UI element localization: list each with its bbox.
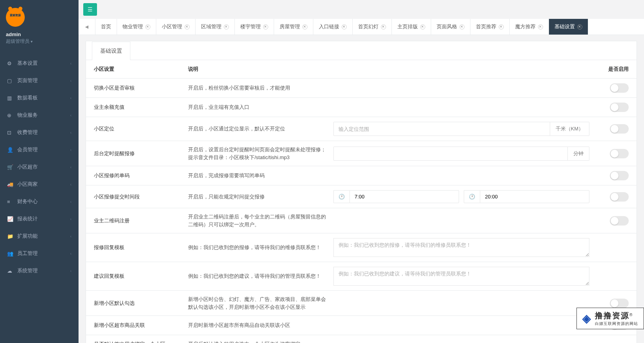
tab-label: 基础设置 [554, 23, 575, 30]
row-toggle [589, 149, 629, 158]
close-icon[interactable]: ✕ [224, 24, 229, 29]
tab-0[interactable]: 首页 [95, 19, 117, 35]
row-toggle [589, 216, 629, 226]
tab-5[interactable]: 房屋管理✕ [274, 19, 313, 35]
row-name: 业主二维码注册 [94, 217, 188, 224]
nav-icon: 📁 [7, 233, 13, 239]
header-desc: 说明 [188, 66, 333, 73]
toggle-switch[interactable] [610, 149, 629, 158]
nav-menu: ⚙基本设置‹▢页面管理‹▥数据看板‹⊕物业服务‹⊡收费管理‹👤会员管理‹🛒小区超… [0, 55, 79, 279]
textarea[interactable] [333, 267, 589, 286]
chevron-left-icon: ‹ [70, 200, 71, 204]
chevron-left-icon: ‹ [70, 182, 71, 187]
chevron-left-icon: ‹ [70, 234, 71, 238]
nav-label: 收费管理 [17, 129, 70, 136]
toggle-switch[interactable] [610, 192, 629, 202]
textarea[interactable] [333, 238, 589, 257]
nav-icon: ▢ [7, 78, 13, 84]
tab-nav-left[interactable]: ◄ [79, 19, 95, 35]
close-icon[interactable]: ✕ [499, 24, 504, 29]
row-input [333, 267, 589, 286]
hamburger-button[interactable]: ☰ [83, 3, 97, 16]
close-icon[interactable]: ✕ [263, 24, 268, 29]
toggle-switch[interactable] [610, 216, 629, 226]
tab-8[interactable]: 主页排版✕ [392, 19, 431, 35]
nav-item-7[interactable]: 🚚小区商家‹ [0, 176, 79, 193]
close-icon[interactable]: ✕ [185, 24, 190, 29]
toggle-switch[interactable] [610, 299, 629, 308]
main: ☰ ◄ 首页物业管理✕小区管理✕区域管理✕楼宇管理✕房屋管理✕入口链接✕首页幻灯… [79, 0, 644, 343]
tab-label: 首页幻灯 [358, 23, 379, 30]
row-name: 报修回复模板 [94, 244, 188, 251]
panel-tab-basic[interactable]: 基础设置 [92, 42, 130, 60]
nav-item-12[interactable]: ☁系统管理‹ [0, 262, 79, 279]
nav-icon: 🛒 [7, 164, 13, 170]
nav-icon: 👤 [7, 147, 13, 153]
tab-4[interactable]: 楼宇管理✕ [235, 19, 274, 35]
tab-label: 首页推荐 [476, 23, 496, 30]
row-desc: 开启后，小区通过定位显示，默认不开定位 [188, 125, 333, 133]
row-toggle [589, 103, 629, 112]
chevron-left-icon: ‹ [70, 113, 71, 117]
nav-label: 小区商家 [17, 181, 70, 188]
tab-3[interactable]: 区域管理✕ [196, 19, 235, 35]
nav-item-3[interactable]: ⊕物业服务‹ [0, 106, 79, 124]
close-icon[interactable]: ✕ [459, 24, 465, 29]
nav-item-9[interactable]: 📈报表统计‹ [0, 210, 79, 227]
time-start-input[interactable] [349, 190, 459, 203]
tab-7[interactable]: 首页幻灯✕ [353, 19, 392, 35]
close-icon[interactable]: ✕ [145, 24, 150, 29]
close-icon[interactable]: ✕ [420, 24, 425, 29]
nav-label: 财务中心 [17, 198, 70, 205]
tab-label: 物业管理 [123, 23, 143, 30]
close-icon[interactable]: ✕ [381, 24, 386, 29]
nav-item-5[interactable]: 👤会员管理‹ [0, 141, 79, 158]
tab-2[interactable]: 小区管理✕ [156, 19, 196, 35]
row-toggle [589, 83, 629, 93]
nav-icon: ⊡ [7, 130, 13, 136]
header-name: 小区设置 [94, 66, 188, 73]
toggle-switch[interactable] [610, 83, 629, 93]
nav-item-10[interactable]: 📁扩展功能‹ [0, 227, 79, 245]
row-input [333, 238, 589, 257]
topbar: ☰ [79, 0, 644, 19]
nav-item-1[interactable]: ▢页面管理‹ [0, 72, 79, 89]
close-icon[interactable]: ✕ [302, 24, 307, 29]
tab-9[interactable]: 页面风格✕ [431, 19, 470, 35]
input-addon: 千米（KM） [550, 122, 590, 136]
watermark-main: 撸撸资源 [595, 311, 629, 320]
header-enable: 是否启用 [589, 66, 629, 73]
nav-item-4[interactable]: ⊡收费管理‹ [0, 124, 79, 141]
nav-icon: 👥 [7, 251, 13, 257]
toggle-switch[interactable] [610, 103, 629, 112]
row-name: 新增小区默认勾选 [94, 300, 188, 307]
tab-1[interactable]: 物业管理✕ [117, 19, 156, 35]
tab-12[interactable]: 基础设置✕ [549, 19, 588, 35]
chevron-left-icon: ‹ [70, 79, 71, 83]
nav-item-6[interactable]: 🛒小区超市‹ [0, 158, 79, 176]
row-desc: 开启时新增小区超市所有商品自动关联该小区 [188, 321, 333, 329]
row-input: 千米（KM） [333, 122, 589, 136]
row-name: 小区定位 [94, 125, 188, 132]
close-icon[interactable]: ✕ [577, 24, 582, 29]
role-dropdown[interactable]: 超级管理员 [6, 38, 73, 45]
toggle-switch[interactable] [610, 171, 629, 180]
tab-11[interactable]: 魔方推荐✕ [510, 19, 549, 35]
settings-row: 新增小区超市商品关联 开启时新增小区超市所有商品自动关联该小区 [86, 316, 637, 335]
tab-6[interactable]: 入口链接✕ [313, 19, 353, 35]
nav-item-2[interactable]: ▥数据看板‹ [0, 89, 79, 106]
tab-10[interactable]: 首页推荐✕ [470, 19, 510, 35]
toggle-switch[interactable] [610, 124, 629, 134]
nav-item-8[interactable]: ≡财务中心‹ [0, 193, 79, 210]
text-input[interactable] [333, 147, 568, 161]
tab-label: 主页排版 [397, 23, 418, 30]
row-name: 小区报修闭单码 [94, 172, 188, 179]
nav-item-11[interactable]: 👥员工管理‹ [0, 245, 79, 262]
text-input[interactable] [333, 122, 550, 136]
time-end-input[interactable] [480, 190, 589, 203]
close-icon[interactable]: ✕ [538, 24, 543, 29]
content: 基础设置 小区设置 说明 是否启用 切换小区是否审核 开启后，粉丝切换小区需要审… [79, 35, 644, 343]
nav-item-0[interactable]: ⚙基本设置‹ [0, 55, 79, 72]
row-toggle [589, 192, 629, 202]
close-icon[interactable]: ✕ [342, 24, 347, 29]
